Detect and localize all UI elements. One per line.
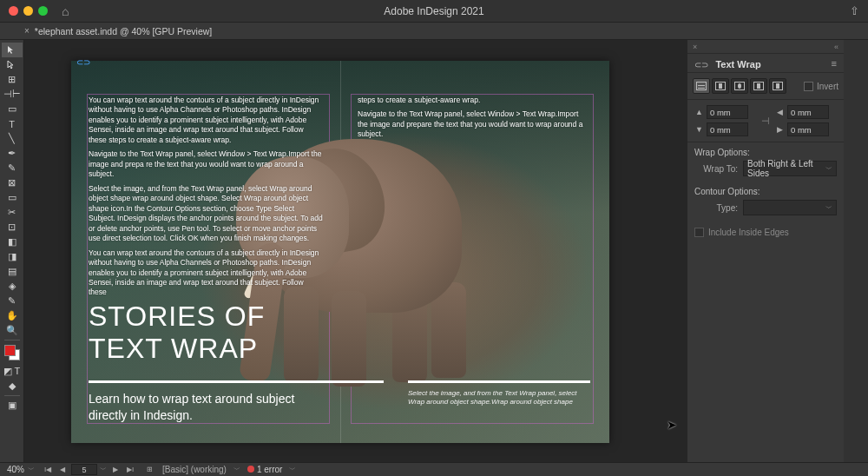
close-tab-icon[interactable]: × bbox=[24, 26, 30, 36]
hand-tool[interactable]: ✋ bbox=[2, 308, 23, 323]
offset-right-input[interactable] bbox=[787, 122, 829, 136]
close-panel-icon[interactable]: × bbox=[693, 43, 697, 51]
eyedropper-tool[interactable]: ✎ bbox=[2, 294, 23, 308]
note-tool[interactable]: ▤ bbox=[2, 264, 23, 279]
color-theme-tool[interactable]: ◈ bbox=[2, 279, 23, 294]
preflight-profile-label[interactable]: [Basic] (working) bbox=[162, 465, 227, 474]
panel-menu-icon[interactable]: ≡ bbox=[832, 58, 837, 69]
page-spread[interactable]: ⊂⊃ You can wrap text around the contours… bbox=[71, 61, 609, 443]
rule-left bbox=[89, 380, 384, 383]
invert-checkbox[interactable] bbox=[804, 82, 813, 91]
rule-right bbox=[408, 380, 590, 383]
home-icon[interactable]: ⌂ bbox=[62, 4, 69, 18]
rectangle-tool[interactable]: ▭ bbox=[2, 190, 23, 205]
wrap-mode-row: Invert bbox=[687, 73, 844, 100]
window-controls bbox=[9, 6, 48, 16]
chevron-down-icon[interactable]: ﹀ bbox=[289, 465, 296, 474]
document-canvas[interactable]: ⊂⊃ You can wrap text around the contours… bbox=[24, 40, 687, 462]
share-icon[interactable]: ⇧ bbox=[850, 4, 859, 17]
pencil-tool[interactable]: ✎ bbox=[2, 161, 23, 175]
chain-icon: ⊂⊃ bbox=[694, 60, 708, 69]
next-page-button[interactable]: ▶ bbox=[109, 465, 122, 475]
wrap-options-label: Wrap Options: bbox=[694, 148, 837, 157]
pen-tool[interactable]: ✒ bbox=[2, 146, 23, 161]
format-container-toggle[interactable]: ◩ T bbox=[2, 364, 23, 379]
chevron-down-icon[interactable]: ﹀ bbox=[233, 465, 240, 474]
open-panel-button[interactable]: ⊞ bbox=[143, 465, 155, 475]
contour-options-label: Contour Options: bbox=[694, 187, 837, 196]
invert-label: Invert bbox=[817, 82, 838, 91]
scissors-tool[interactable]: ✂ bbox=[2, 205, 23, 220]
link-offsets-icon[interactable]: ⊣ bbox=[760, 108, 772, 134]
page-tool[interactable]: ⊞ bbox=[2, 72, 23, 87]
offset-top-icon: ▲ bbox=[694, 108, 704, 117]
mouse-cursor-icon: ➤ bbox=[667, 418, 677, 432]
app-title: Adobe InDesign 2021 bbox=[0, 5, 868, 17]
status-bar: 40% ﹀ I◀ ◀ ﹀ ▶ ▶I ⊞ [Basic] (working) ﹀ … bbox=[0, 462, 868, 476]
free-transform-tool[interactable]: ⊡ bbox=[2, 220, 23, 235]
wrap-bounding-box-button[interactable] bbox=[712, 78, 729, 94]
offset-fields: ▲ ▼ ⊣ ◀ ▶ bbox=[687, 100, 844, 142]
error-indicator-icon bbox=[247, 466, 254, 473]
offset-bottom-icon: ▼ bbox=[694, 125, 704, 135]
offset-right-icon: ▶ bbox=[775, 125, 785, 135]
include-inside-edges-checkbox[interactable] bbox=[694, 228, 704, 237]
type-tool[interactable]: T bbox=[2, 116, 23, 131]
gradient-feather-tool[interactable]: ◨ bbox=[2, 249, 23, 264]
fill-stroke-swatch[interactable] bbox=[4, 345, 20, 360]
preflight-errors[interactable]: 1 error bbox=[247, 465, 282, 474]
contour-type-label: Type: bbox=[694, 203, 738, 213]
subhead-text[interactable]: Learn how to wrap text around subject di… bbox=[89, 391, 332, 424]
page-number-input[interactable] bbox=[71, 464, 97, 475]
apply-color-button[interactable]: ◆ bbox=[2, 379, 23, 393]
gap-tool[interactable]: ⊣⊢ bbox=[2, 87, 23, 102]
wrap-none-button[interactable] bbox=[693, 78, 710, 94]
title-bar: ⌂ Adobe InDesign 2021 ⇧ bbox=[0, 0, 868, 23]
view-mode-button[interactable]: ▣ bbox=[2, 398, 23, 413]
minimize-window-button[interactable] bbox=[23, 6, 33, 16]
direct-selection-tool[interactable] bbox=[2, 57, 23, 72]
offset-left-icon: ◀ bbox=[775, 108, 785, 117]
offset-top-input[interactable] bbox=[707, 105, 748, 119]
text-wrap-panel: × « ⊂⊃ Text Wrap ≡ Invert ▲ ▼ bbox=[687, 40, 844, 462]
document-tab-bar: × *elephant asset.indd @ 40% [GPU Previe… bbox=[0, 23, 868, 40]
body-text-right[interactable]: steps to create a subject-aware wrap. Na… bbox=[358, 96, 583, 144]
link-badge-icon: ⊂⊃ bbox=[76, 57, 90, 67]
selection-tool[interactable] bbox=[2, 43, 23, 57]
page-navigator: I◀ ◀ ﹀ ▶ ▶I bbox=[42, 464, 136, 475]
wrap-to-label: Wrap To: bbox=[694, 164, 738, 174]
content-collector-tool[interactable]: ▭ bbox=[2, 102, 23, 116]
wrap-jump-object-button[interactable] bbox=[750, 78, 767, 94]
first-page-button[interactable]: I◀ bbox=[42, 465, 54, 475]
right-dock-strip bbox=[844, 40, 868, 462]
wrap-to-select[interactable]: Both Right & Left Sides ﹀ bbox=[743, 161, 837, 176]
chevron-down-icon: ﹀ bbox=[825, 164, 832, 174]
document-tab-label[interactable]: *elephant asset.indd @ 40% [GPU Preview] bbox=[35, 26, 212, 36]
zoom-select[interactable]: 40% ﹀ bbox=[7, 465, 35, 474]
collapse-panel-icon[interactable]: « bbox=[834, 43, 838, 51]
zoom-tool[interactable]: 🔍 bbox=[2, 323, 23, 338]
caption-text[interactable]: Select the image, and from the Text Wrap… bbox=[408, 389, 582, 407]
wrap-jump-next-column-button[interactable] bbox=[769, 78, 786, 94]
panel-title: Text Wrap bbox=[715, 59, 760, 69]
include-inside-edges-label: Include Inside Edges bbox=[708, 228, 789, 237]
close-window-button[interactable] bbox=[9, 6, 18, 16]
last-page-button[interactable]: ▶I bbox=[124, 465, 136, 475]
chevron-down-icon[interactable]: ﹀ bbox=[100, 465, 107, 474]
tools-panel: ⊞ ⊣⊢ ▭ T ╲ ✒ ✎ ⊠ ▭ ✂ ⊡ ◧ ◨ ▤ ◈ ✎ ✋ 🔍 ◩ T… bbox=[0, 40, 24, 462]
gradient-swatch-tool[interactable]: ◧ bbox=[2, 235, 23, 249]
contour-type-select[interactable]: ﹀ bbox=[743, 200, 837, 215]
chevron-down-icon: ﹀ bbox=[825, 203, 832, 213]
prev-page-button[interactable]: ◀ bbox=[56, 465, 69, 475]
chevron-down-icon: ﹀ bbox=[28, 465, 35, 474]
offset-left-input[interactable] bbox=[787, 105, 829, 119]
rectangle-frame-tool[interactable]: ⊠ bbox=[2, 175, 23, 190]
headline-text[interactable]: STORIES OF TEXT WRAP bbox=[89, 301, 265, 365]
line-tool[interactable]: ╲ bbox=[2, 131, 23, 146]
wrap-object-shape-button[interactable] bbox=[731, 78, 748, 94]
offset-bottom-input[interactable] bbox=[707, 122, 748, 136]
body-text-left[interactable]: You can wrap text around the contours of… bbox=[89, 96, 323, 302]
zoom-window-button[interactable] bbox=[38, 6, 48, 16]
